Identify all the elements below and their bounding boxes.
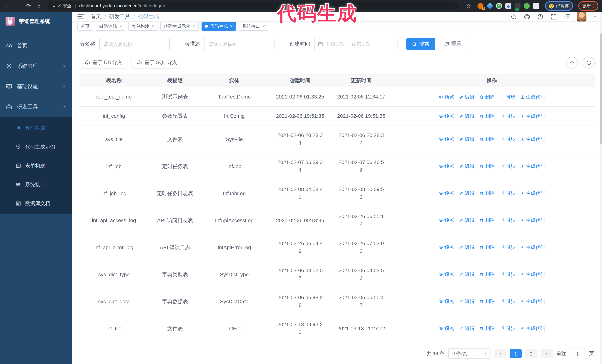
collapse-sidebar-icon[interactable]	[77, 14, 84, 19]
生成代码-link[interactable]: 生成代码	[520, 93, 545, 101]
forward-icon[interactable]: →	[14, 0, 22, 12]
import-sql-button[interactable]: 基于 SQL 导入	[132, 57, 183, 69]
编辑-link[interactable]: 编辑	[459, 93, 474, 101]
预览-link[interactable]: 预览	[439, 113, 454, 120]
page-size-select[interactable]: 10条/页 ▼	[448, 348, 491, 359]
tab-代码生成[interactable]: 代码生成×	[202, 22, 236, 31]
同步-link[interactable]: 同步	[500, 217, 515, 224]
同步-link[interactable]: 同步	[500, 113, 515, 120]
app-logo-row[interactable]: 芋道管理系统	[0, 12, 72, 31]
tab-close-icon[interactable]: ×	[262, 24, 265, 29]
编辑-link[interactable]: 编辑	[459, 325, 474, 332]
编辑-link[interactable]: 编辑	[459, 271, 474, 278]
back-icon[interactable]: ←	[4, 0, 12, 12]
page-button-2[interactable]: 2	[525, 349, 537, 358]
start-date-placeholder[interactable]: 开始日期	[326, 41, 344, 47]
预览-link[interactable]: 预览	[439, 325, 454, 332]
同步-link[interactable]: 同步	[500, 244, 515, 251]
search-icon[interactable]	[510, 13, 517, 20]
删除-link[interactable]: 删除	[479, 113, 495, 120]
预览-link[interactable]: 预览	[439, 298, 454, 305]
编辑-link[interactable]: 编辑	[459, 217, 474, 224]
编辑-link[interactable]: 编辑	[459, 190, 474, 197]
search-button[interactable]: 搜索	[406, 38, 435, 50]
reset-button[interactable]: 重置	[439, 38, 467, 50]
预览-link[interactable]: 预览	[439, 271, 454, 278]
page-scrollbar[interactable]	[600, 12, 602, 364]
help-icon[interactable]	[537, 13, 543, 20]
tab-系统接口[interactable]: 系统接口×	[239, 22, 268, 31]
tab-链路追踪[interactable]: 链路追踪×	[96, 22, 125, 31]
import-db-button[interactable]: 基于 DB 导入	[80, 57, 128, 69]
user-avatar[interactable]	[577, 12, 586, 21]
同步-link[interactable]: 同步	[500, 325, 515, 332]
sidebar-item-devtools[interactable]: 研发工具	[0, 97, 72, 117]
预览-link[interactable]: 预览	[439, 217, 454, 224]
end-date-placeholder[interactable]: 结束日期	[352, 41, 370, 47]
scrollbar-thumb[interactable]	[600, 33, 602, 145]
生成代码-link[interactable]: 生成代码	[520, 136, 545, 143]
tab-表单构建[interactable]: 表单构建×	[128, 22, 157, 31]
编辑-link[interactable]: 编辑	[459, 163, 474, 170]
删除-link[interactable]: 删除	[479, 93, 495, 101]
extension-icon[interactable]: on	[515, 3, 520, 9]
生成代码-link[interactable]: 生成代码	[520, 190, 545, 197]
删除-link[interactable]: 删除	[479, 217, 495, 224]
refresh-table-button[interactable]	[583, 57, 595, 69]
编辑-link[interactable]: 编辑	[459, 244, 474, 251]
tab-代码生成示例[interactable]: 代码生成示例×	[161, 22, 199, 31]
github-icon[interactable]	[524, 13, 530, 20]
编辑-link[interactable]: 编辑	[459, 136, 474, 143]
sidebar-item-db-doc[interactable]: 数据库文档	[0, 194, 72, 213]
extensions-puzzle-icon[interactable]	[533, 3, 539, 9]
page-button-1[interactable]: 1	[510, 349, 522, 358]
sidebar-item-system-api[interactable]: 系统接口	[0, 175, 72, 194]
sidebar-item-home[interactable]: 首页	[0, 36, 72, 56]
sidebar-item-codegen-example[interactable]: 代码生成示例	[0, 137, 72, 156]
address-bar[interactable]: ▲ 不安全 dashboard.yudao.iocoder.cn /tool/c…	[47, 1, 460, 10]
同步-link[interactable]: 同步	[500, 163, 515, 170]
tab-close-icon[interactable]: ×	[230, 24, 233, 29]
fullscreen-icon[interactable]	[550, 13, 557, 20]
sidebar-item-infra[interactable]: 基础设施	[0, 76, 72, 97]
tab-close-icon[interactable]: ×	[151, 24, 154, 29]
profile-paused-button[interactable]: 已暂停	[545, 1, 573, 11]
table-desc-input[interactable]	[204, 38, 275, 50]
同步-link[interactable]: 同步	[500, 298, 515, 305]
extension-icon[interactable]: 1	[478, 3, 484, 9]
同步-link[interactable]: 同步	[500, 190, 515, 197]
预览-link[interactable]: 预览	[439, 190, 454, 197]
bookmark-star-icon[interactable]: ☆	[466, 3, 471, 9]
删除-link[interactable]: 删除	[479, 325, 495, 332]
tab-close-icon[interactable]: ×	[193, 24, 195, 29]
browser-menu-icon[interactable]	[593, 4, 594, 8]
预览-link[interactable]: 预览	[439, 244, 454, 251]
sidebar-item-form-builder[interactable]: 表单构建	[0, 156, 72, 175]
url-path[interactable]: /tool/codegen	[138, 3, 165, 9]
生成代码-link[interactable]: 生成代码	[520, 163, 545, 170]
extension-icon[interactable]	[486, 3, 493, 9]
sidebar-item-codegen[interactable]: 代码生成	[0, 118, 72, 137]
breadcrumb-item[interactable]: 首页	[91, 13, 101, 20]
goto-page-input[interactable]	[570, 348, 585, 359]
tab-close-icon[interactable]: ×	[119, 24, 122, 29]
toggle-search-button[interactable]	[566, 57, 578, 69]
prev-page-button[interactable]: ‹	[494, 349, 506, 358]
删除-link[interactable]: 删除	[479, 298, 495, 305]
tab-首页[interactable]: 首页	[77, 22, 93, 31]
删除-link[interactable]: 删除	[479, 163, 495, 170]
同步-link[interactable]: 同步	[500, 93, 515, 101]
同步-link[interactable]: 同步	[500, 271, 515, 278]
browser-update-button[interactable]: 更新	[578, 1, 598, 11]
table-name-input[interactable]	[99, 38, 170, 50]
删除-link[interactable]: 删除	[479, 244, 495, 251]
预览-link[interactable]: 预览	[439, 136, 454, 143]
user-menu-caret-icon[interactable]: ▼	[593, 15, 597, 19]
生成代码-link[interactable]: 生成代码	[520, 271, 545, 278]
extension-icon[interactable]	[524, 3, 530, 9]
生成代码-link[interactable]: 生成代码	[520, 325, 545, 332]
home-icon[interactable]: ⌂	[35, 0, 43, 12]
生成代码-link[interactable]: 生成代码	[520, 113, 545, 120]
删除-link[interactable]: 删除	[479, 271, 495, 278]
extension-icon[interactable]	[505, 3, 511, 9]
